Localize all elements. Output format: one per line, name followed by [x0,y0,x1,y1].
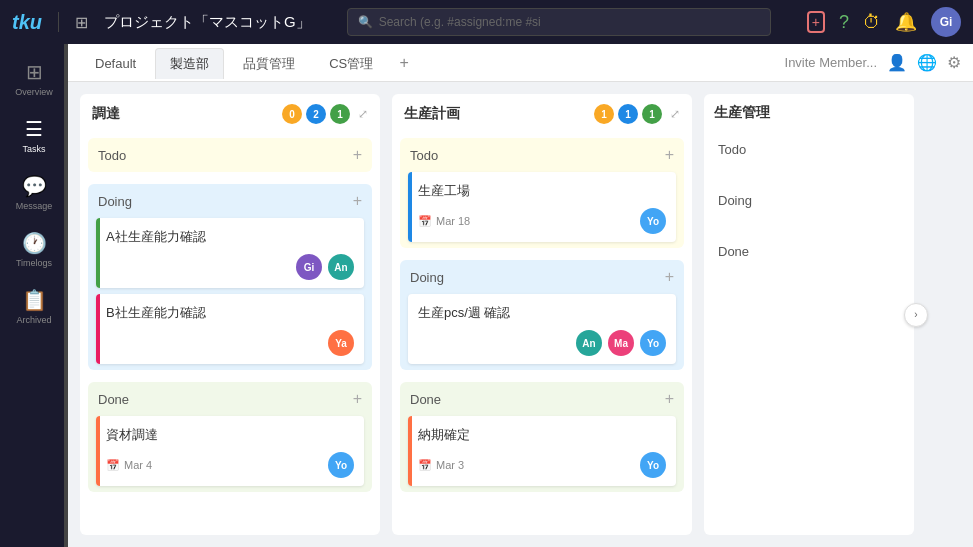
card-seisan-kojo[interactable]: 生産工場 📅 Mar 18 Yo [408,172,676,242]
badge-green: 1 [330,104,350,124]
sidebar-item-archived[interactable]: 📋 Archived [2,280,66,333]
card-title: 生産pcs/週 確認 [418,304,666,322]
narrow-col-title: 生産管理 [714,104,904,122]
main-layout: ⊞ Overview ☰ Tasks 💬 Message 🕐 Timelogs … [0,44,973,547]
section-add-doing-1[interactable]: + [665,268,674,286]
badge-green: 1 [642,104,662,124]
card-footer: 📅 Mar 18 Yo [418,208,666,234]
card-footer: 📅 Mar 3 Yo [418,452,666,478]
card-pcs[interactable]: 生産pcs/週 確認 An Ma Yo [408,294,676,364]
search-bar[interactable]: 🔍 Search (e.g. #assigned:me #si [347,8,771,36]
section-title-doing-1: Doing [410,270,659,285]
project-name: プロジェクト「マスコットG」 [104,13,311,32]
column-seisan-kanri: 生産管理 Todo Doing Done › [704,94,914,535]
sidebar-item-overview[interactable]: ⊞ Overview [2,52,66,105]
card-date: 📅 Mar 4 [106,459,322,472]
sidebar-item-tasks[interactable]: ☰ Tasks [2,109,66,162]
section-title-done-0: Done [98,392,347,407]
calendar-icon: 📅 [418,215,432,228]
section-header-todo-1: Todo + [400,138,684,172]
topnav: tku ⊞ プロジェクト「マスコットG」 🔍 Search (e.g. #ass… [0,0,973,44]
tabbar-right: Invite Member... 👤 🌐 ⚙ [785,53,961,72]
section-todo-1: Todo + 生産工場 📅 Mar 18 Yo [400,138,684,248]
section-doing-1: Doing + 生産pcs/週 確認 An Ma Yo [400,260,684,370]
narrow-section-todo: Todo [714,134,904,165]
board-wrapper: 調達 0 2 1 ⤢ Todo + [80,94,914,535]
section-title-doing-0: Doing [98,194,347,209]
card-b-sha[interactable]: B社生産能力確認 Ya [96,294,364,364]
card-date: 📅 Mar 3 [418,459,634,472]
tab-default[interactable]: Default [80,49,151,77]
expand-icon-seisan[interactable]: ⤢ [670,107,680,121]
member-icon[interactable]: 👤 [887,53,907,72]
add-tab-button[interactable]: + [392,51,416,75]
tab-hinshitsu[interactable]: 品質管理 [228,48,310,79]
invite-member-button[interactable]: Invite Member... [785,55,877,70]
tab-cs[interactable]: CS管理 [314,48,388,79]
section-todo-0: Todo + [88,138,372,172]
narrow-section-done: Done [714,236,904,267]
section-doing-0: Doing + A社生産能力確認 Gi An [88,184,372,370]
date-label: Mar 3 [436,459,464,471]
card-footer: An Ma Yo [418,330,666,356]
sidebar: ⊞ Overview ☰ Tasks 💬 Message 🕐 Timelogs … [0,44,68,547]
grid-icon[interactable]: ⊞ [75,13,88,32]
section-title-todo-0: Todo [98,148,347,163]
tab-seizobu[interactable]: 製造部 [155,48,224,79]
section-header-doing-0: Doing + [88,184,372,218]
section-add-todo-1[interactable]: + [665,146,674,164]
search-icon: 🔍 [358,15,373,29]
card-noki[interactable]: 納期確定 📅 Mar 3 Yo [408,416,676,486]
collapse-button[interactable]: › [904,303,928,327]
help-icon[interactable]: ? [839,12,849,33]
user-avatar[interactable]: Gi [931,7,961,37]
calendar-icon: 📅 [106,459,120,472]
badge-blue: 1 [618,104,638,124]
sidebar-label-archived: Archived [16,315,51,325]
section-add-done-1[interactable]: + [665,390,674,408]
card-bar [408,172,412,242]
column-seisan: 生産計画 1 1 1 ⤢ Todo + [392,94,692,535]
card-bar [96,218,100,288]
card-bar [96,294,100,364]
card-title: 生産工場 [418,182,666,200]
archived-icon: 📋 [22,288,47,312]
sidebar-scrollbar [64,44,68,547]
bell-icon[interactable]: 🔔 [895,11,917,33]
col-header-choutatu: 調達 0 2 1 ⤢ [80,94,380,134]
card-title: 資材調達 [106,426,354,444]
tasks-icon: ☰ [25,117,43,141]
search-placeholder: Search (e.g. #assigned:me #si [379,15,541,29]
avatar-ma: Ma [608,330,634,356]
section-header-done-0: Done + [88,382,372,416]
card-footer: Ya [106,330,354,356]
section-add-todo-0[interactable]: + [353,146,362,164]
settings-icon[interactable]: ⚙ [947,53,961,72]
avatar-yo: Yo [640,452,666,478]
avatar-an: An [328,254,354,280]
badge-yellow: 0 [282,104,302,124]
sidebar-item-message[interactable]: 💬 Message [2,166,66,219]
narrow-section-doing: Doing [714,185,904,216]
logo[interactable]: tku [12,11,42,34]
sidebar-item-timelogs[interactable]: 🕐 Timelogs [2,223,66,276]
card-shizai[interactable]: 資材調達 📅 Mar 4 Yo [96,416,364,486]
card-a-sha[interactable]: A社生産能力確認 Gi An [96,218,364,288]
col-badges-choutatu: 0 2 1 [282,104,350,124]
section-done-1: Done + 納期確定 📅 Mar 3 Yo [400,382,684,492]
add-button[interactable]: + [807,11,825,33]
section-add-doing-0[interactable]: + [353,192,362,210]
card-title: 納期確定 [418,426,666,444]
message-icon: 💬 [22,174,47,198]
column-choutatu: 調達 0 2 1 ⤢ Todo + [80,94,380,535]
card-title: A社生産能力確認 [106,228,354,246]
nav-divider [58,12,59,32]
timer-icon[interactable]: ⏱ [863,12,881,33]
expand-icon[interactable]: ⤢ [358,107,368,121]
avatar-yo: Yo [640,330,666,356]
avatar-yo: Yo [640,208,666,234]
section-add-done-0[interactable]: + [353,390,362,408]
section-title-todo-1: Todo [410,148,659,163]
date-label: Mar 4 [124,459,152,471]
world-icon[interactable]: 🌐 [917,53,937,72]
